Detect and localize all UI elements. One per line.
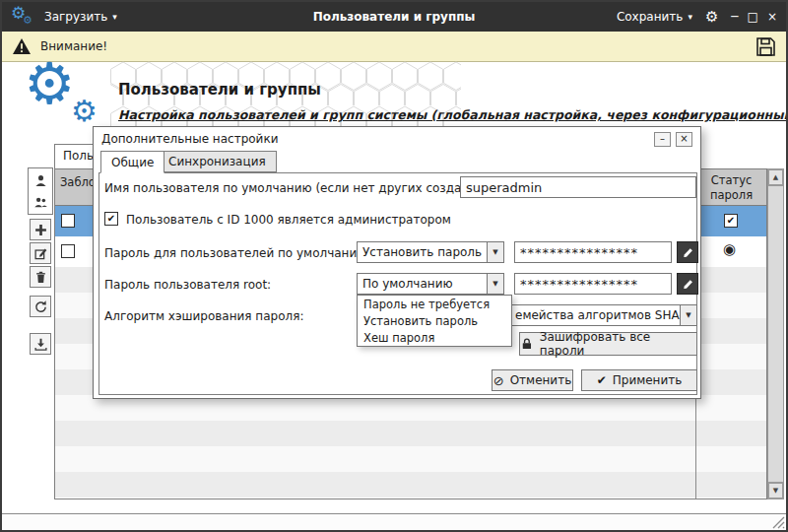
chevron-down-icon: ▼ (487, 242, 503, 262)
table-row (55, 421, 766, 446)
encrypt-all-passwords-button[interactable]: Зашифровать все пароли (519, 332, 697, 356)
encrypt-label: Зашифровать все пароли (540, 330, 696, 358)
app-window: ⚙ ⚙ Загрузить ▾ Пользователи и группы Со… (0, 0, 788, 532)
pencil-icon (682, 246, 694, 259)
chevron-down-icon: ▼ (487, 274, 503, 294)
default-password-input[interactable]: **************** (514, 241, 672, 263)
title-bar: ⚙ ⚙ Загрузить ▾ Пользователи и группы Со… (2, 2, 786, 32)
refresh-button[interactable] (30, 296, 51, 317)
tab-general[interactable]: Общие (100, 151, 164, 173)
default-password-label: Пароль для пользователей по умолчанию: (104, 246, 370, 260)
gear-icon: ⚙ (23, 15, 33, 26)
app-logo-gears-icon: ⚙ ⚙ (11, 4, 36, 30)
resize-grip[interactable] (771, 515, 785, 529)
users-icon (33, 195, 48, 210)
user-icon (33, 173, 48, 188)
dialog-close-button[interactable]: × (676, 132, 692, 147)
scroll-down-button[interactable]: ▼ (768, 483, 783, 499)
table-row (55, 472, 766, 498)
floppy-icon (755, 36, 776, 57)
dialog-additional-settings: Дополнительные настройки – × Общие Синхр… (93, 126, 701, 399)
plus-icon (33, 223, 48, 237)
cancel-icon: ⊘ (493, 374, 504, 387)
scroll-thumb[interactable] (768, 185, 783, 483)
password-mode-dropdown: Пароль не требуется Установить пароль Хе… (357, 295, 512, 347)
root-password-edit-button[interactable] (677, 273, 698, 295)
app-gear-logo-small-icon: ⚙ (71, 97, 98, 126)
admin-checkbox-label: Пользователь с ID 1000 является админист… (126, 213, 451, 227)
close-button[interactable]: × (767, 11, 777, 23)
dialog-title: Дополнительные настройки (101, 132, 278, 146)
download-button[interactable] (30, 333, 51, 355)
user-account-button[interactable] (31, 170, 50, 190)
vertical-scrollbar: ▲ ▼ (767, 168, 784, 499)
chevron-down-icon: ▾ (688, 12, 692, 22)
pencil-icon (682, 278, 694, 291)
status-bar (2, 513, 786, 530)
default-password-mode-select[interactable]: Установить пароль ▼ (357, 241, 504, 263)
table-row (55, 446, 766, 472)
cancel-label: Отменить (510, 373, 572, 387)
check-icon: ✔ (597, 374, 607, 386)
warning-bar: Внимание! (2, 32, 786, 62)
edit-user-button[interactable] (30, 242, 51, 264)
username-label: Имя пользователя по умолчанию (если нет … (104, 181, 501, 195)
hash-algorithm-label: Алгоритм хэширования пароля: (104, 309, 303, 323)
root-password-input[interactable]: **************** (514, 273, 672, 295)
dialog-minimize-button[interactable]: – (654, 132, 671, 147)
dropdown-option[interactable]: Установить пароль (358, 312, 511, 329)
save-label: Сохранить (617, 10, 684, 24)
apply-label: Применить (613, 373, 683, 387)
blocked-checkbox[interactable] (61, 214, 75, 228)
select-value: Установить пароль (358, 242, 487, 262)
load-label: Загрузить (44, 10, 107, 24)
select-value: По умолчанию (358, 274, 487, 294)
maximize-button[interactable]: □ (748, 11, 758, 23)
column-header-password-status: Статус пароля (697, 173, 765, 203)
root-password-mode-select[interactable]: По умолчанию ▼ (357, 273, 504, 295)
user-tools-group (28, 167, 53, 215)
edit-icon (33, 246, 48, 261)
chevron-down-icon: ▼ (680, 305, 696, 325)
refresh-icon (33, 299, 48, 314)
blocked-checkbox[interactable] (61, 244, 75, 258)
settings-gear-button[interactable]: ⚙ (705, 8, 718, 26)
page-title: Пользователи и группы (118, 81, 321, 99)
password-status-checkbox[interactable]: ✔ (724, 214, 738, 228)
default-password-edit-button[interactable] (677, 241, 698, 263)
cancel-button[interactable]: ⊘ Отменить (492, 369, 573, 391)
load-menu-button[interactable]: Загрузить ▾ (44, 10, 117, 24)
tab-synchronization[interactable]: Синхронизация (158, 151, 277, 172)
trash-icon (33, 270, 48, 285)
app-gear-logo-icon: ⚙ (24, 55, 75, 112)
add-user-button[interactable] (30, 219, 51, 240)
root-password-label: Пароль пользователя root: (104, 278, 271, 292)
apply-button[interactable]: ✔ Применить (581, 369, 697, 391)
chevron-down-icon: ▾ (112, 12, 117, 22)
password-status-radio[interactable]: ◉ (723, 242, 736, 257)
dialog-title-bar: Дополнительные настройки – × (94, 127, 700, 151)
user-groups-button[interactable] (31, 192, 50, 212)
dropdown-option[interactable]: Хеш пароля (358, 329, 511, 346)
minimize-button[interactable]: ─ (731, 11, 738, 23)
scroll-up-button[interactable]: ▲ (768, 169, 783, 185)
lock-icon (520, 337, 534, 351)
save-file-button[interactable] (755, 36, 776, 57)
download-icon (33, 337, 48, 352)
username-input[interactable]: superadmin (460, 176, 696, 198)
page-subtitle: Настройка пользователей и групп системы … (118, 107, 788, 122)
delete-user-button[interactable] (30, 266, 51, 288)
admin-checkbox[interactable]: ✔ (104, 212, 118, 226)
dropdown-option[interactable]: Пароль не требуется (358, 296, 511, 312)
save-menu-button[interactable]: Сохранить ▾ (617, 10, 692, 24)
